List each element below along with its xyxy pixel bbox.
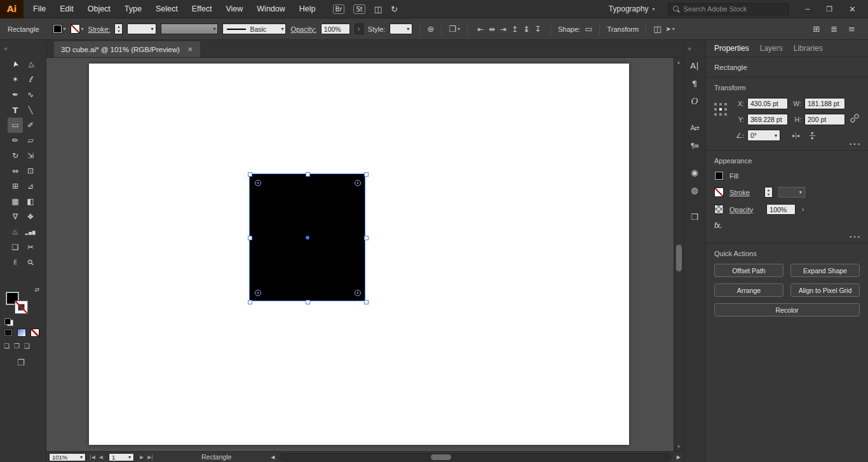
- selection-handle[interactable]: [364, 300, 369, 304]
- stroke-color-well[interactable]: [15, 301, 28, 314]
- shaper-tool[interactable]: ✏: [8, 133, 23, 148]
- canvas[interactable]: [46, 58, 674, 451]
- paragraph-panel-icon[interactable]: ¶: [684, 74, 705, 92]
- opacity-swatch[interactable]: [714, 205, 724, 214]
- opacity-label[interactable]: Opacity:: [290, 25, 316, 33]
- link-dimensions-icon[interactable]: [850, 113, 860, 126]
- corner-radius-widget[interactable]: [255, 180, 261, 186]
- symbol-sprayer-tool[interactable]: ♨: [8, 224, 23, 240]
- rotate-tool[interactable]: ↻: [8, 148, 23, 163]
- search-input[interactable]: [684, 5, 784, 13]
- width-tool[interactable]: ⇔: [8, 163, 23, 179]
- reference-point-widget[interactable]: [714, 103, 728, 116]
- stroke-weight-stepper[interactable]: ▴ ▾: [764, 187, 773, 198]
- default-fill-stroke-icon[interactable]: [4, 318, 13, 326]
- slice-tool[interactable]: ✂: [23, 240, 38, 255]
- align-horizontal-right-icon[interactable]: ⇥: [500, 25, 506, 34]
- document-tab[interactable]: 3D cube.ai* @ 101% (RGB/Preview) ×: [54, 41, 200, 57]
- magic-wand-tool[interactable]: ✶: [8, 72, 23, 87]
- hand-tool[interactable]: ✌: [8, 255, 23, 270]
- opacity-field[interactable]: 100%: [321, 24, 350, 34]
- fill-color-dropdown[interactable]: ▾: [53, 24, 66, 34]
- h-field[interactable]: 200 pt: [804, 114, 845, 125]
- select-similar-dropdown[interactable]: ➤ ▾: [665, 25, 674, 32]
- reference-point-2[interactable]: [724, 103, 727, 105]
- selection-handle[interactable]: [248, 300, 252, 304]
- next-artboard-icon[interactable]: ▶: [140, 454, 144, 460]
- paintbrush-tool[interactable]: ✐: [23, 118, 38, 133]
- document-setup-dropdown[interactable]: ❒ ▾: [449, 24, 460, 34]
- draw-behind-icon[interactable]: ❐: [14, 343, 20, 350]
- scroll-right-icon[interactable]: ▶: [677, 454, 681, 460]
- style-dropdown[interactable]: ▾: [390, 24, 412, 34]
- transform-more-options[interactable]: •••: [849, 141, 861, 147]
- stroke-label[interactable]: Stroke:: [88, 25, 111, 33]
- perspective-grid-tool[interactable]: ⊿: [23, 179, 38, 194]
- selection-handle[interactable]: [306, 172, 310, 177]
- scroll-down-icon[interactable]: ▾: [674, 444, 683, 449]
- type-tool[interactable]: T: [8, 102, 23, 118]
- line-segment-tool[interactable]: ╲: [23, 102, 38, 118]
- opacity-options-icon[interactable]: ›: [355, 24, 363, 34]
- tab-properties[interactable]: Properties: [714, 44, 749, 53]
- stroke-label[interactable]: Stroke: [729, 189, 750, 196]
- eyedropper-tool[interactable]: ∇: [8, 209, 23, 224]
- isolate-mode-icon[interactable]: ◫: [653, 24, 661, 34]
- menu-select[interactable]: Select: [149, 0, 185, 18]
- gradient-tool[interactable]: ◧: [23, 194, 38, 209]
- controlbar-menu-icon[interactable]: ≡: [848, 24, 855, 34]
- reference-point-0[interactable]: [714, 103, 717, 105]
- column-graph-tool[interactable]: ▂▅▇: [23, 224, 38, 240]
- stepper-down-icon[interactable]: ▾: [768, 193, 770, 197]
- gradient-panel-icon[interactable]: ◉: [684, 163, 705, 181]
- vertical-scroll-thumb[interactable]: [676, 245, 682, 271]
- selection-handle[interactable]: [248, 236, 252, 240]
- menu-effect[interactable]: Effect: [185, 0, 219, 18]
- brush-definition-dropdown[interactable]: Basic ▾: [222, 24, 286, 34]
- artboards-panel-icon[interactable]: ❒: [684, 208, 705, 226]
- align-horizontal-center-icon[interactable]: ⇹: [489, 25, 495, 34]
- free-transform-tool[interactable]: ⊡: [23, 163, 38, 179]
- opacity-field[interactable]: 100%: [766, 204, 796, 215]
- qa-offset-path[interactable]: Offset Path: [714, 264, 783, 277]
- selection-handle[interactable]: [306, 300, 310, 304]
- artboard[interactable]: [89, 64, 629, 445]
- direct-selection-tool[interactable]: ▷: [23, 57, 38, 72]
- stock-search[interactable]: [668, 3, 789, 15]
- width-profile-dropdown[interactable]: ▾: [161, 24, 218, 34]
- draw-normal-icon[interactable]: ❏: [4, 343, 10, 350]
- swap-fill-stroke-icon[interactable]: ⇄: [34, 287, 39, 293]
- character-panel-icon[interactable]: A|: [684, 57, 705, 74]
- vertical-scrollbar[interactable]: ▴ ▾: [674, 58, 683, 451]
- flip-horizontal-icon[interactable]: ▸|◂: [792, 133, 799, 139]
- rectangle-tool[interactable]: ▭: [8, 118, 23, 133]
- character-styles-icon[interactable]: A⇄: [684, 119, 705, 137]
- qa-align-to-pixel-grid[interactable]: Align to Pixel Grid: [790, 283, 860, 297]
- transform-label[interactable]: Transform: [607, 25, 639, 33]
- menu-window[interactable]: Window: [250, 0, 292, 18]
- first-artboard-icon[interactable]: |◀: [90, 454, 95, 460]
- stroke-weight-dropdown[interactable]: ▾: [127, 24, 156, 34]
- align-horizontal-left-icon[interactable]: ⇤: [477, 25, 484, 34]
- menu-object[interactable]: Object: [81, 0, 118, 18]
- horizontal-scrollbar[interactable]: [280, 453, 671, 461]
- none-button[interactable]: [31, 329, 39, 337]
- scroll-left-icon[interactable]: ◀: [271, 454, 275, 460]
- blend-tool[interactable]: ❖: [23, 209, 38, 224]
- reference-point-1[interactable]: [719, 103, 722, 105]
- sync-settings-icon[interactable]: ↻: [391, 4, 398, 14]
- menu-file[interactable]: File: [26, 0, 53, 18]
- tab-layers[interactable]: Layers: [760, 44, 783, 53]
- arrange-documents-icon[interactable]: ◫: [374, 4, 382, 14]
- paragraph-styles-icon[interactable]: ¶≡: [684, 137, 705, 154]
- selection-tool[interactable]: ➤: [8, 57, 23, 72]
- tab-libraries[interactable]: Libraries: [794, 44, 823, 53]
- fx-button[interactable]: fx.: [714, 221, 860, 230]
- qa-arrange[interactable]: Arrange: [714, 283, 783, 297]
- selection-handle[interactable]: [364, 236, 369, 240]
- x-field[interactable]: 430.05 pt: [747, 98, 788, 109]
- screen-mode-icon[interactable]: ❐: [17, 358, 25, 367]
- artboard-tool[interactable]: ❏: [8, 240, 23, 255]
- selection-handle[interactable]: [364, 172, 369, 177]
- symbols-panel-icon[interactable]: ◍: [684, 181, 705, 199]
